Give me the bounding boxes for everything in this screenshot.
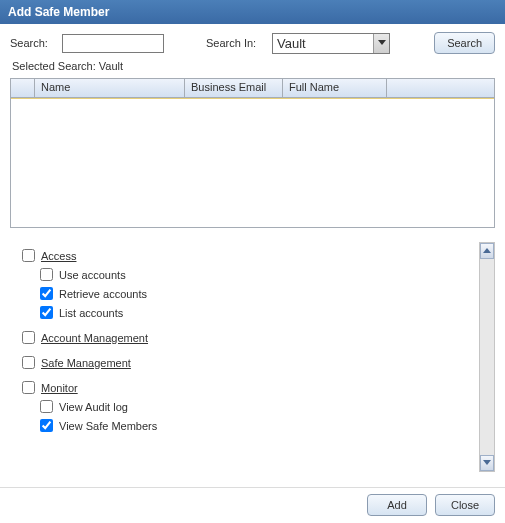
selected-search-text: Selected Search: Vault	[12, 60, 495, 72]
search-in-value: Vault	[273, 34, 373, 53]
search-in-label: Search In:	[206, 37, 266, 49]
perm-section-checkbox[interactable]	[22, 356, 35, 369]
search-input[interactable]	[62, 34, 164, 53]
perm-item: Use accounts	[40, 265, 471, 284]
search-row: Search: Search In: Vault Search	[10, 30, 495, 56]
search-button[interactable]: Search	[434, 32, 495, 54]
column-name[interactable]: Name	[35, 79, 185, 97]
scroll-up-icon[interactable]	[480, 243, 494, 259]
add-button[interactable]: Add	[367, 494, 427, 516]
column-spacer	[387, 79, 494, 97]
perm-section-checkbox[interactable]	[22, 331, 35, 344]
search-label: Search:	[10, 37, 56, 49]
scroll-down-icon[interactable]	[480, 455, 494, 471]
perm-item-label: Use accounts	[59, 269, 126, 281]
perm-section-label: Account Management	[41, 332, 148, 344]
perm-item-label: Retrieve accounts	[59, 288, 147, 300]
chevron-down-icon[interactable]	[373, 34, 389, 53]
grid-body	[11, 98, 494, 227]
perm-section-label: Access	[41, 250, 76, 262]
perm-item: View Audit log	[40, 397, 471, 416]
dialog-title: Add Safe Member	[0, 0, 505, 24]
column-business-email[interactable]: Business Email	[185, 79, 283, 97]
perm-section-monitor: Monitor	[22, 378, 471, 397]
perm-item-label: List accounts	[59, 307, 123, 319]
column-checkbox[interactable]	[11, 79, 35, 97]
perm-item-label: View Audit log	[59, 401, 128, 413]
grid-header: Name Business Email Full Name	[11, 79, 494, 98]
perm-item-checkbox[interactable]	[40, 400, 53, 413]
perm-section-checkbox[interactable]	[22, 381, 35, 394]
dialog-footer: Add Close	[0, 487, 505, 523]
perm-section-access: Access	[22, 246, 471, 265]
perm-section-checkbox[interactable]	[22, 249, 35, 262]
close-button[interactable]: Close	[435, 494, 495, 516]
results-grid: Name Business Email Full Name	[10, 78, 495, 228]
perm-item-checkbox[interactable]	[40, 419, 53, 432]
svg-marker-2	[483, 460, 491, 465]
perm-section-label: Safe Management	[41, 357, 131, 369]
perm-section-account-management: Account Management	[22, 328, 471, 347]
perm-item: View Safe Members	[40, 416, 471, 435]
svg-marker-1	[483, 248, 491, 253]
search-in-dropdown[interactable]: Vault	[272, 33, 390, 54]
scrollbar[interactable]	[479, 242, 495, 472]
column-full-name[interactable]: Full Name	[283, 79, 387, 97]
svg-marker-0	[378, 40, 386, 45]
perm-item: Retrieve accounts	[40, 284, 471, 303]
perm-item-checkbox[interactable]	[40, 287, 53, 300]
perm-section-safe-management: Safe Management	[22, 353, 471, 372]
perm-item-checkbox[interactable]	[40, 268, 53, 281]
perm-item: List accounts	[40, 303, 471, 322]
perm-item-checkbox[interactable]	[40, 306, 53, 319]
perm-section-label: Monitor	[41, 382, 78, 394]
perm-item-label: View Safe Members	[59, 420, 157, 432]
permissions-panel: AccessUse accountsRetrieve accountsList …	[10, 242, 495, 472]
